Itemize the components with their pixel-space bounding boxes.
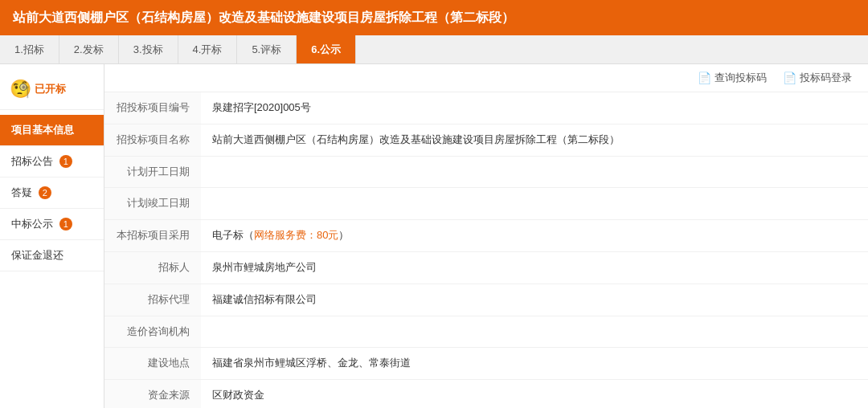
step-5-label: 5.评标: [252, 43, 281, 57]
sidebar-item-tender-notice[interactable]: 招标公告 1: [0, 146, 104, 177]
sidebar-item-win-notice-label: 中标公示: [11, 218, 53, 230]
step-6-label: 6.公示: [311, 43, 341, 57]
table-row: 建设地点福建省泉州市鲤城区浮桥、金龙、常泰街道: [104, 348, 868, 380]
content-header: 📄 查询投标码 📄 投标码登录: [104, 64, 868, 92]
qa-badge: 2: [39, 186, 51, 199]
row-label: 招标代理: [104, 284, 201, 316]
row-value: 电子标（网络服务费：80元）: [201, 220, 868, 252]
login-bid-code-button[interactable]: 📄 投标码登录: [783, 71, 852, 85]
sidebar-item-qa-label: 答疑: [11, 186, 32, 198]
step-6[interactable]: 6.公示: [297, 35, 356, 63]
table-row: 招投标项目名称站前大道西侧棚户区（石结构房屋）改造及基础设施建设项目房屋拆除工程…: [104, 124, 868, 156]
row-value: [201, 188, 868, 220]
query-bid-code-label: 查询投标码: [714, 71, 767, 85]
login-bid-code-icon: 📄: [783, 71, 796, 84]
row-value: 站前大道西侧棚户区（石结构房屋）改造及基础设施建设项目房屋拆除工程（第二标段）: [201, 124, 868, 156]
row-label: 招投标项目编号: [104, 92, 201, 124]
step-5[interactable]: 5.评标: [237, 35, 297, 63]
status-indicator: 🧐 已开标: [0, 72, 104, 110]
query-bid-code-button[interactable]: 📄 查询投标码: [698, 71, 767, 85]
step-4-label: 4.开标: [193, 43, 223, 57]
sidebar-item-win-notice[interactable]: 中标公示 1: [0, 209, 104, 240]
step-3-label: 3.投标: [133, 43, 163, 57]
row-label: 本招标项目采用: [104, 220, 201, 252]
step-navigation: 1.招标 2.发标 3.投标 4.开标 5.评标 6.公示: [0, 35, 868, 64]
table-row: 本招标项目采用电子标（网络服务费：80元）: [104, 220, 868, 252]
step-1-label: 1.招标: [14, 43, 44, 57]
sidebar-item-deposit-label: 保证金退还: [11, 249, 63, 261]
row-link[interactable]: 网络服务费：80元: [254, 229, 338, 241]
status-label: 已开标: [35, 82, 66, 96]
row-value: 泉建招字[2020]005号: [201, 92, 868, 124]
content-area: 📄 查询投标码 📄 投标码登录 招投标项目编号泉建招字[2020]005号招投标…: [104, 64, 868, 408]
step-4[interactable]: 4.开标: [178, 35, 238, 63]
tender-notice-badge: 1: [59, 155, 72, 168]
row-label: 计划开工日期: [104, 156, 201, 188]
row-value: 福建诚信招标有限公司: [201, 284, 868, 316]
login-bid-code-label: 投标码登录: [800, 71, 852, 85]
row-label: 资金来源: [104, 380, 201, 408]
step-3[interactable]: 3.投标: [119, 35, 178, 63]
row-value: 福建省泉州市鲤城区浮桥、金龙、常泰街道: [201, 348, 868, 380]
sidebar-item-qa[interactable]: 答疑 2: [0, 177, 104, 209]
sidebar-item-project-info[interactable]: 项目基本信息: [0, 115, 104, 146]
page-title: 站前大道西侧棚户区（石结构房屋）改造及基础设施建设项目房屋拆除工程（第二标段）: [0, 0, 868, 35]
table-row: 计划竣工日期: [104, 188, 868, 220]
sidebar: 🧐 已开标 项目基本信息 招标公告 1 答疑 2 中标公示 1 保证金退还: [0, 64, 104, 408]
table-row: 招标代理福建诚信招标有限公司: [104, 284, 868, 316]
row-label: 建设地点: [104, 348, 201, 380]
win-notice-badge: 1: [59, 218, 72, 231]
step-2[interactable]: 2.发标: [59, 35, 119, 63]
table-row: 资金来源区财政资金: [104, 380, 868, 408]
row-label: 造价咨询机构: [104, 316, 201, 348]
table-row: 招投标项目编号泉建招字[2020]005号: [104, 92, 868, 124]
row-label: 招投标项目名称: [104, 124, 201, 156]
step-1[interactable]: 1.招标: [0, 35, 59, 63]
row-value: [201, 316, 868, 348]
table-row: 招标人泉州市鲤城房地产公司: [104, 251, 868, 284]
step-2-label: 2.发标: [74, 43, 104, 57]
row-label: 招标人: [104, 251, 201, 284]
table-row: 造价咨询机构: [104, 316, 868, 348]
sidebar-item-tender-notice-label: 招标公告: [11, 155, 53, 167]
row-value: 泉州市鲤城房地产公司: [201, 251, 868, 284]
query-bid-code-icon: 📄: [698, 71, 711, 84]
table-row: 计划开工日期: [104, 156, 868, 188]
row-value: 区财政资金: [201, 380, 868, 408]
status-icon: 🧐: [10, 79, 31, 100]
row-value: [201, 156, 868, 188]
info-table: 招投标项目编号泉建招字[2020]005号招投标项目名称站前大道西侧棚户区（石结…: [104, 92, 868, 408]
sidebar-item-deposit[interactable]: 保证金退还: [0, 240, 104, 271]
row-label: 计划竣工日期: [104, 188, 201, 220]
sidebar-item-project-info-label: 项目基本信息: [11, 124, 74, 136]
main-layout: 🧐 已开标 项目基本信息 招标公告 1 答疑 2 中标公示 1 保证金退还 📄 …: [0, 64, 868, 408]
